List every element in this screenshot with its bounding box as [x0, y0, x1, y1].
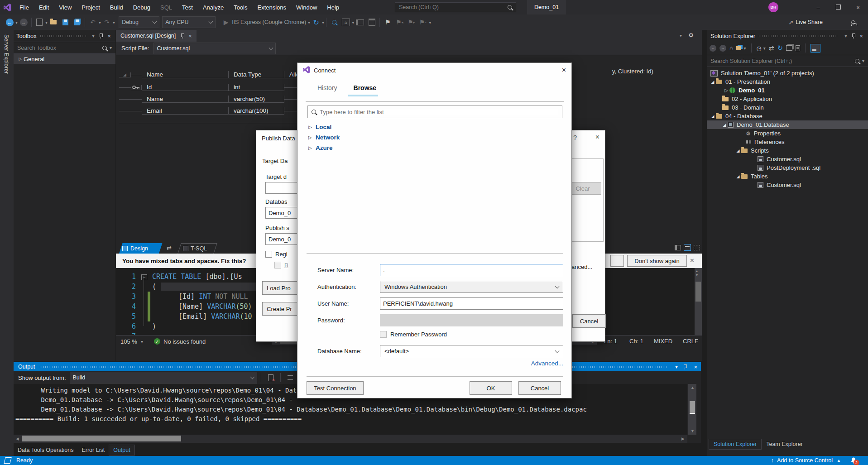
- solution-config-combo[interactable]: Debug: [119, 16, 159, 28]
- navigate-forward-icon[interactable]: →: [18, 16, 29, 28]
- word-wrap-icon[interactable]: [284, 372, 296, 384]
- navigate-back-icon[interactable]: ←: [4, 16, 15, 28]
- clear-bookmark-icon[interactable]: ⚑×: [417, 16, 429, 28]
- remember-password-checkbox[interactable]: [380, 331, 387, 338]
- grid-corner-cell[interactable]: ◢: [119, 72, 131, 77]
- menu-sql[interactable]: SQL: [155, 0, 177, 14]
- solution-search-box[interactable]: Search Solution Explorer (Ctrl+;) ▾: [707, 55, 868, 67]
- menu-analyze[interactable]: Analyze: [198, 0, 229, 14]
- scroll-right-icon[interactable]: ▶: [681, 436, 685, 441]
- bookmark-icon[interactable]: ⚑: [382, 16, 393, 28]
- menu-help[interactable]: Help: [322, 0, 344, 14]
- remember-password-row[interactable]: Remember Password: [380, 331, 447, 338]
- output-close-icon[interactable]: ×: [694, 364, 697, 370]
- tab-data-tools-operations[interactable]: Data Tools Operations: [14, 445, 77, 455]
- tree-item-domain[interactable]: 03 - Domain: [707, 103, 868, 112]
- toolbox-close-icon[interactable]: ×: [107, 33, 111, 39]
- feedback-icon[interactable]: [848, 16, 860, 28]
- fix-button-fragment[interactable]: [610, 255, 624, 267]
- pane-layout-icon[interactable]: [354, 16, 366, 28]
- se-menu-icon[interactable]: ▾: [844, 34, 847, 38]
- health-indicator[interactable]: ✓ No issues found: [154, 336, 206, 346]
- tree-item-properties[interactable]: ⚙ Properties: [707, 129, 868, 138]
- output-menu-icon[interactable]: ▾: [675, 364, 677, 369]
- authentication-combo[interactable]: Windows Authentication: [380, 281, 563, 293]
- tree-item-presentation[interactable]: ◢01 - Presentation: [707, 77, 868, 86]
- register-checkbox[interactable]: [265, 251, 272, 258]
- open-file-icon[interactable]: [48, 16, 59, 28]
- pane-layout2-icon[interactable]: [366, 16, 378, 28]
- tree-item-tables[interactable]: ◢Tables: [707, 172, 868, 181]
- tree-node-local[interactable]: ▷ Local: [308, 122, 340, 132]
- refresh-dropdown-icon[interactable]: ▾: [322, 20, 324, 25]
- scroll-up-icon[interactable]: ▲: [691, 385, 695, 390]
- column-indicator[interactable]: Ch: 1: [629, 338, 643, 345]
- dialog-close-icon[interactable]: ×: [595, 133, 599, 141]
- background-tasks-icon[interactable]: [4, 457, 11, 464]
- scroll-down-icon[interactable]: ▼: [691, 429, 695, 433]
- grid-col-datatype[interactable]: Data Type: [229, 71, 284, 78]
- tab-history[interactable]: History: [317, 84, 337, 91]
- zoom-combo[interactable]: 105 %▾: [120, 336, 143, 346]
- output-pin-icon[interactable]: [683, 364, 687, 370]
- tab-error-list[interactable]: Error List: [77, 445, 109, 455]
- se-pending-changes-icon[interactable]: ◷▾: [757, 45, 766, 52]
- advanced-fragment[interactable]: anced...: [571, 264, 592, 270]
- tree-item-tables-customer-sql[interactable]: Customer.sql: [707, 181, 868, 189]
- server-explorer-vertical-tab[interactable]: Server Explorer: [3, 34, 10, 74]
- next-bookmark-icon[interactable]: ⚑▸: [405, 16, 417, 28]
- quick-search-box[interactable]: Search (Ctrl+Q): [395, 2, 516, 12]
- tab-solution-explorer[interactable]: Solution Explorer: [709, 439, 762, 450]
- tab-pin-icon[interactable]: [180, 33, 185, 39]
- se-forward-icon[interactable]: →: [719, 45, 726, 52]
- se-switch-views-icon[interactable]: ▾: [736, 46, 746, 51]
- avatar[interactable]: DH: [768, 2, 778, 12]
- eol-indicator[interactable]: CRLF: [683, 338, 698, 345]
- output-hscrollbar[interactable]: ◀ ▶: [14, 435, 687, 443]
- save-icon[interactable]: [59, 16, 71, 28]
- dont-show-again-button[interactable]: Don't show again: [627, 255, 687, 267]
- menu-tools[interactable]: Tools: [229, 0, 252, 14]
- se-sync-icon[interactable]: ⇄: [769, 44, 774, 52]
- solution-search-dropdown-icon[interactable]: ▾: [862, 58, 864, 63]
- tree-item-postdeployment-sql[interactable]: PostDeployment .sql: [707, 163, 868, 172]
- add-to-source-control[interactable]: ↑ Add to Source Control ▲: [771, 456, 841, 465]
- swap-panes-icon[interactable]: ⇄: [167, 244, 172, 251]
- restore-button[interactable]: [828, 4, 848, 11]
- menu-test[interactable]: Test: [177, 0, 198, 14]
- start-debug-icon[interactable]: ▶: [220, 16, 232, 28]
- publish-cancel-button[interactable]: Cancel: [572, 314, 606, 328]
- solution-platform-combo[interactable]: Any CPU: [162, 16, 216, 28]
- filter-input[interactable]: [320, 109, 558, 115]
- tree-item-database-folder[interactable]: ◢04 - Database: [707, 112, 868, 120]
- live-share-button[interactable]: ↗ Live Share: [788, 14, 823, 30]
- scroll-left-icon[interactable]: ◀: [16, 436, 19, 441]
- advanced-link[interactable]: Advanced...: [497, 360, 563, 367]
- scroll-thumb[interactable]: [695, 282, 701, 302]
- split-vertical-icon[interactable]: [675, 245, 681, 250]
- toolbox-search-box[interactable]: Search Toolbox ▾: [14, 42, 115, 54]
- tab-tsql[interactable]: T-SQL: [183, 243, 207, 254]
- tree-item-scripts[interactable]: ◢Scripts: [707, 146, 868, 155]
- editor-settings-gear-icon[interactable]: ⚙: [688, 32, 694, 38]
- scroll-thumb[interactable]: [690, 401, 695, 414]
- toolbox-search-dropdown-icon[interactable]: ▾: [110, 45, 112, 50]
- bookmark-dropdown-icon[interactable]: ▾: [429, 20, 431, 25]
- tab-browse[interactable]: Browse: [354, 84, 377, 91]
- grid-col-name[interactable]: Name: [142, 71, 229, 78]
- prev-bookmark-icon[interactable]: ⚑◂: [393, 16, 405, 28]
- se-collapse-all-icon[interactable]: [786, 45, 792, 51]
- browse-with-icon[interactable]: [328, 16, 340, 28]
- cancel-button[interactable]: Cancel: [518, 381, 561, 395]
- tab-list-dropdown-icon[interactable]: ▾: [680, 33, 682, 38]
- editor-vscrollbar[interactable]: ▴▾: [695, 268, 702, 335]
- preview-home-icon[interactable]: ⌂: [340, 16, 352, 28]
- register-checkbox-row[interactable]: Regi: [265, 251, 288, 258]
- se-back-icon[interactable]: ←: [710, 45, 716, 52]
- menu-file[interactable]: File: [14, 0, 34, 14]
- se-properties-icon[interactable]: [796, 45, 800, 51]
- tree-item-solution[interactable]: Solution 'Demo_01' (2 of 2 projects): [707, 69, 868, 77]
- tab-output[interactable]: Output: [109, 445, 135, 455]
- infobar-close-icon[interactable]: ×: [690, 256, 694, 264]
- run-target-label[interactable]: IIS Express (Google Chrome): [232, 19, 306, 25]
